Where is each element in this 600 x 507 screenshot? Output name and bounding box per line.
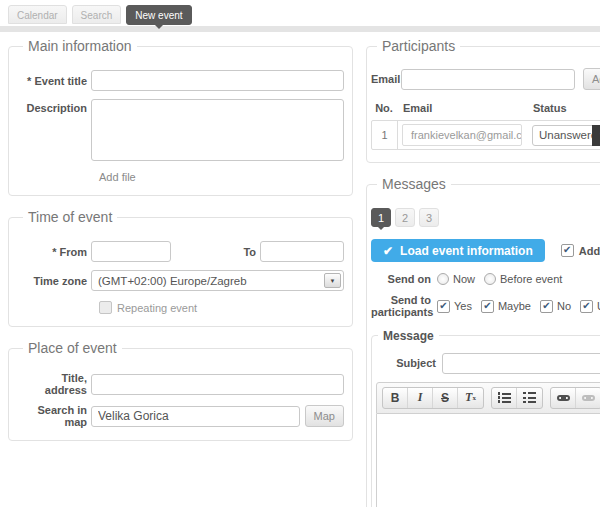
- from-input[interactable]: [91, 241, 171, 262]
- send-to-yes-label: Yes: [454, 300, 472, 312]
- remove-format-x: x: [472, 394, 476, 402]
- event-title-input[interactable]: [91, 70, 344, 91]
- add-participants-label: Add participants li: [579, 245, 600, 257]
- messages-section: Messages 1 2 3 ✔ Load event information …: [366, 176, 600, 507]
- repeating-event-checkbox[interactable]: [99, 301, 112, 314]
- participants-table-header: No. Email Status: [371, 102, 600, 114]
- participant-email-label: Email: [371, 73, 395, 85]
- place-of-event-legend: Place of event: [23, 340, 122, 356]
- subject-label: Subject: [376, 357, 436, 370]
- col-header-status: Status: [533, 102, 567, 114]
- search-in-map-label: Search in map: [17, 404, 87, 428]
- participant-status-select[interactable]: Unanswered ▼: [532, 125, 600, 146]
- send-to-no-label: No: [557, 300, 571, 312]
- main-tabbar: Calendar Search New event: [8, 5, 192, 25]
- main-information-section: Main information * Event title Descripti…: [8, 38, 353, 196]
- message-tab-2[interactable]: 2: [395, 208, 415, 227]
- remove-format-button[interactable]: Tx: [458, 388, 483, 408]
- link-button[interactable]: [551, 388, 576, 408]
- time-zone-value: (GMT+02:00) Europe/Zagreb: [92, 275, 324, 287]
- unlink-button[interactable]: [576, 388, 600, 408]
- send-on-label: Send on: [371, 273, 431, 286]
- tab-new-event[interactable]: New event: [126, 5, 191, 25]
- participant-status-value: Unanswered: [533, 129, 592, 141]
- send-now-label: Now: [453, 273, 475, 285]
- participant-row: 1 frankievelkan@gmail.com Unanswered ▼: [371, 120, 600, 150]
- description-label: Description: [17, 99, 87, 114]
- add-participants-checkbox[interactable]: [561, 244, 574, 257]
- time-of-event-section: Time of event * From To Time zone (GMT+0…: [8, 209, 353, 327]
- link-icon: [557, 395, 570, 401]
- message-editor: B I S Tx: [376, 382, 600, 507]
- editor-list-group: [491, 387, 543, 409]
- main-information-legend: Main information: [23, 38, 137, 54]
- bulleted-list-icon: [523, 392, 536, 403]
- message-legend: Message: [378, 329, 439, 343]
- send-to-unanswered-checkbox[interactable]: [580, 300, 593, 313]
- send-to-maybe-checkbox[interactable]: [481, 300, 494, 313]
- numbered-list-button[interactable]: [492, 388, 517, 408]
- right-column: Participants Email Add No. Email Status …: [366, 38, 600, 507]
- message-tabbar: 1 2 3: [371, 208, 600, 227]
- description-textarea[interactable]: [91, 99, 344, 161]
- send-now-radio[interactable]: [437, 273, 449, 285]
- to-label: To: [243, 246, 256, 258]
- numbered-list-icon: [498, 392, 511, 403]
- bulleted-list-button[interactable]: [517, 388, 542, 408]
- load-event-information-label: Load event information: [400, 244, 533, 258]
- message-body-input[interactable]: [376, 414, 600, 507]
- participant-email: frankievelkan@gmail.com: [402, 124, 522, 146]
- unlink-icon: [582, 395, 595, 401]
- message-tab-1[interactable]: 1: [371, 208, 391, 227]
- editor-toolbar: B I S Tx: [376, 382, 600, 414]
- left-column: Main information * Event title Descripti…: [8, 38, 353, 454]
- to-input[interactable]: [260, 241, 344, 262]
- repeating-event-label: Repeating event: [117, 302, 197, 314]
- tab-search[interactable]: Search: [72, 5, 122, 24]
- time-of-event-legend: Time of event: [23, 209, 117, 225]
- chevron-down-icon[interactable]: ▼: [592, 125, 600, 146]
- map-button[interactable]: Map: [305, 405, 344, 427]
- editor-format-group: B I S Tx: [382, 387, 484, 409]
- messages-legend: Messages: [377, 176, 451, 192]
- chevron-down-icon[interactable]: ▼: [324, 273, 341, 288]
- participants-legend: Participants: [377, 38, 460, 54]
- italic-button[interactable]: I: [408, 388, 433, 408]
- strikethrough-button[interactable]: S: [433, 388, 458, 408]
- participant-no: 1: [372, 121, 398, 149]
- editor-link-group: [550, 387, 600, 409]
- participants-section: Participants Email Add No. Email Status …: [366, 38, 600, 163]
- time-zone-select[interactable]: (GMT+02:00) Europe/Zagreb ▼: [91, 270, 344, 291]
- send-before-event-label: Before event: [500, 273, 562, 285]
- from-label: * From: [17, 246, 87, 258]
- subject-input[interactable]: [442, 353, 600, 374]
- place-of-event-section: Place of event Title, address Search in …: [8, 340, 353, 441]
- title-address-input[interactable]: [91, 374, 344, 395]
- search-in-map-input[interactable]: [91, 406, 300, 427]
- message-subsection: Message Subject B I S Tx: [371, 329, 600, 507]
- send-before-event-radio[interactable]: [484, 273, 496, 285]
- send-to-yes-checkbox[interactable]: [437, 300, 450, 313]
- event-title-label: * Event title: [17, 75, 87, 87]
- send-to-no-checkbox[interactable]: [540, 300, 553, 313]
- remove-format-t: T: [465, 390, 472, 405]
- add-file-link[interactable]: Add file: [99, 171, 344, 183]
- add-participant-button[interactable]: Add: [583, 68, 600, 90]
- send-to-maybe-label: Maybe: [498, 300, 531, 312]
- content-top-strip: [0, 26, 600, 32]
- load-event-information-button[interactable]: ✔ Load event information: [371, 239, 545, 262]
- col-header-no: No.: [371, 102, 397, 114]
- check-icon: ✔: [383, 244, 393, 258]
- tab-calendar[interactable]: Calendar: [8, 5, 67, 24]
- participant-email-input[interactable]: [401, 69, 575, 90]
- time-zone-label: Time zone: [17, 275, 87, 287]
- title-address-label: Title, address: [17, 372, 87, 396]
- message-tab-3[interactable]: 3: [419, 208, 439, 227]
- send-to-participants-label: Send to participants: [371, 294, 431, 319]
- col-header-email: Email: [403, 102, 523, 114]
- bold-button[interactable]: B: [383, 388, 408, 408]
